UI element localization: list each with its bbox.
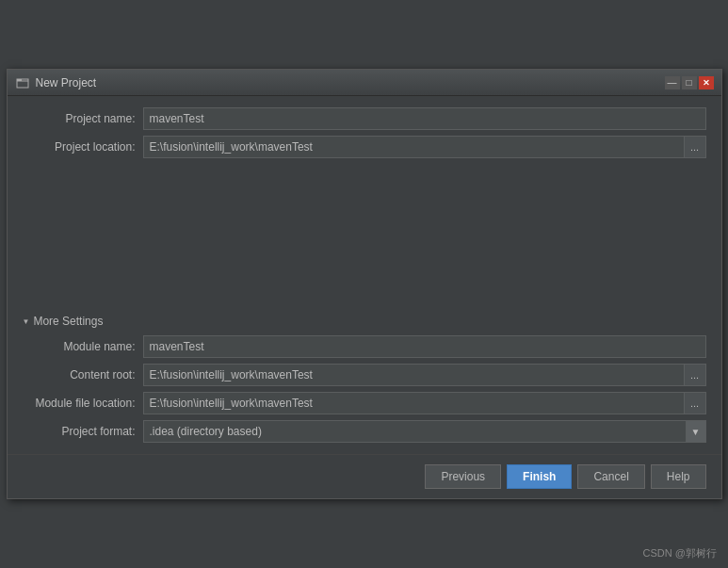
- help-button[interactable]: Help: [651, 464, 706, 489]
- project-name-input[interactable]: [143, 107, 706, 130]
- project-format-select-wrapper: .idea (directory based) .ipr (file based…: [143, 420, 706, 443]
- more-settings-triangle: ▼: [23, 317, 30, 326]
- previous-button[interactable]: Previous: [425, 464, 501, 489]
- content-root-input-group: ...: [143, 364, 706, 386]
- title-bar: New Project — □ ✕: [8, 70, 721, 96]
- finish-button[interactable]: Finish: [507, 464, 572, 489]
- module-file-location-input[interactable]: [143, 392, 684, 414]
- minimize-button[interactable]: —: [665, 76, 680, 89]
- project-name-label: Project name:: [23, 112, 136, 125]
- project-location-label: Project location:: [23, 140, 136, 154]
- empty-area: [23, 164, 706, 305]
- module-file-location-browse-button[interactable]: ...: [684, 392, 706, 414]
- project-location-input-group: ...: [143, 136, 706, 158]
- watermark: CSDN @郭树行: [643, 546, 717, 560]
- module-file-location-row: Module file location: ...: [23, 392, 706, 414]
- content-root-browse-button[interactable]: ...: [684, 364, 706, 386]
- content-root-input[interactable]: [143, 364, 684, 386]
- module-file-location-label: Module file location:: [23, 397, 136, 410]
- project-name-row: Project name:: [23, 107, 706, 130]
- project-location-input[interactable]: [143, 136, 684, 158]
- dialog-footer: Previous Finish Cancel Help: [8, 454, 721, 498]
- cancel-button[interactable]: Cancel: [577, 464, 644, 489]
- module-name-input[interactable]: [143, 335, 706, 358]
- dialog-icon: [15, 75, 30, 90]
- project-format-label: Project format:: [23, 425, 136, 438]
- project-location-row: Project location: ...: [23, 136, 706, 158]
- more-settings-content: Module name: Content root: ... Module fi…: [23, 335, 706, 443]
- dialog-body: Project name: Project location: ... ▼ Mo…: [8, 96, 721, 454]
- project-format-select[interactable]: .idea (directory based) .ipr (file based…: [143, 420, 706, 443]
- new-project-dialog: New Project — □ ✕ Project name: Project …: [7, 69, 722, 499]
- content-root-row: Content root: ...: [23, 364, 706, 386]
- maximize-button[interactable]: □: [682, 76, 697, 89]
- more-settings-label: More Settings: [33, 315, 103, 328]
- close-button[interactable]: ✕: [699, 76, 714, 89]
- more-settings-header[interactable]: ▼ More Settings: [23, 315, 706, 328]
- more-settings-section: ▼ More Settings Module name: Content roo…: [23, 315, 706, 443]
- module-file-location-input-group: ...: [143, 392, 706, 414]
- dialog-title: New Project: [36, 76, 665, 89]
- svg-rect-1: [17, 79, 22, 81]
- module-name-label: Module name:: [23, 340, 136, 353]
- content-root-label: Content root:: [23, 368, 136, 381]
- module-name-row: Module name:: [23, 335, 706, 358]
- project-format-row: Project format: .idea (directory based) …: [23, 420, 706, 443]
- project-location-browse-button[interactable]: ...: [684, 136, 706, 158]
- title-bar-buttons: — □ ✕: [665, 76, 714, 89]
